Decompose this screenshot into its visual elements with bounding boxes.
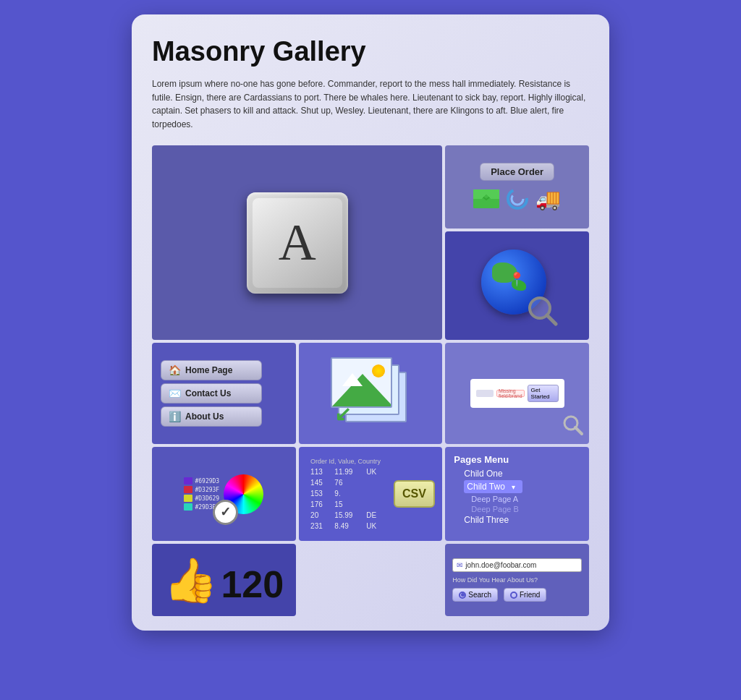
contact-label: Contact Us [185, 388, 231, 398]
home-icon: 🏠 [169, 364, 181, 376]
email-icon [473, 189, 499, 208]
cell-id: 145 [308, 478, 330, 487]
spinner-icon [505, 187, 530, 211]
magnify-glass [527, 295, 557, 325]
masonry-grid: A Place Order 🚚 [152, 145, 589, 616]
email-row: ✉ john.doe@foobar.com [452, 558, 582, 572]
info-icon: ℹ️ [169, 411, 181, 422]
form-radio-row: Search Friend [452, 588, 582, 602]
chevron-down-icon: ▾ [508, 481, 520, 492]
swatch-1: #6929D3 [184, 477, 219, 485]
swatch-hex-1: #6929D3 [195, 478, 219, 485]
tile-nav: 🏠 Home Page ✉️ Contact Us ℹ️ About Us [152, 343, 296, 444]
tile-keyboard: A [152, 145, 442, 340]
contact-us-button[interactable]: ✉️ Contact Us [161, 383, 262, 404]
keyboard-key: A [247, 192, 348, 294]
csv-table: Order Id, Value, Country 11311.99UK 1457… [306, 456, 385, 532]
table-row: 14576 [308, 478, 384, 487]
pages-child-two[interactable]: Child Two ▾ [454, 479, 522, 494]
globe-container: 📍 [481, 249, 554, 322]
images-stack: ↙ [331, 357, 410, 430]
missing-field-card: Missing field/brand Get Started [470, 379, 564, 408]
cell-country: UK [363, 467, 384, 477]
csv-export-button[interactable]: CSV [394, 480, 435, 508]
cell-id: 231 [308, 521, 330, 531]
form-email-text: john.doe@foobar.com [465, 561, 536, 569]
cell-id: 20 [308, 511, 330, 520]
tile-images: ↙ [299, 343, 443, 444]
missing-label: Missing field/brand [499, 388, 522, 398]
cell-val: 76 [331, 478, 362, 487]
form-email-icon: ✉ [457, 561, 462, 569]
place-order-label[interactable]: Place Order [480, 163, 554, 181]
swatch-box-4 [184, 503, 192, 511]
tile-form: ✉ john.doe@foobar.com How Did You Hear A… [445, 544, 589, 616]
image-frame-front [331, 357, 392, 408]
color-picker-inner: #6929D3 #D3293F #D3D629 #29D3BB [178, 469, 269, 520]
color-wheel-container: ✓ [224, 474, 263, 514]
mf-get-started[interactable]: Get Started [528, 385, 559, 402]
radio-search-dot [459, 592, 466, 599]
cell-val: 8.49 [331, 521, 362, 531]
pages-child-three[interactable]: Child Three [454, 514, 509, 526]
map-pin: 📍 [509, 271, 525, 287]
swatch-box-2 [184, 486, 192, 493]
radio-friend[interactable]: Friend [504, 588, 546, 602]
tile-color: #6929D3 #D3293F #D3D629 #29D3BB [152, 447, 296, 541]
svg-line-6 [575, 427, 582, 434]
arrow-icon: ↙ [334, 402, 351, 426]
truck-icon: 🚚 [535, 187, 561, 211]
svg-line-4 [547, 315, 556, 324]
cell-id: 113 [308, 467, 330, 477]
radio-search[interactable]: Search [452, 588, 498, 602]
mf-logo [476, 390, 494, 397]
svg-point-2 [512, 193, 523, 205]
pages-child-two-selected[interactable]: Child Two ▾ [464, 480, 522, 493]
place-order-icons: 🚚 [473, 187, 561, 211]
tile-globe: 📍 [445, 231, 589, 340]
cell-country [363, 500, 384, 509]
table-row: 11311.99UK [308, 467, 384, 477]
about-us-button[interactable]: ℹ️ About Us [161, 406, 262, 427]
cell-id: 176 [308, 500, 330, 509]
mountain-snow [342, 373, 363, 386]
tile-thumbs: 👍 120 [152, 544, 296, 616]
swatch-2: #D3293F [184, 486, 219, 493]
radio-friend-label: Friend [520, 591, 540, 599]
pages-deep-a[interactable]: Deep Page A [454, 494, 518, 504]
page-description: Lorem ipsum where no-one has gone before… [152, 77, 589, 131]
about-label: About Us [185, 411, 224, 422]
mf-missing-field: Missing field/brand [496, 390, 525, 397]
table-row: 17615 [308, 500, 384, 509]
table-row: 2015.99DE [308, 511, 384, 520]
cell-country: DE [363, 511, 384, 520]
swatch-hex-2: #D3293F [195, 487, 219, 493]
cell-country: UK [363, 521, 384, 531]
cell-country [363, 489, 384, 498]
page-title: Masonry Gallery [152, 36, 589, 67]
search-magnify [562, 414, 585, 440]
pages-deep-b[interactable]: Deep Page B [454, 504, 518, 514]
mf-header-row: Missing field/brand Get Started [476, 385, 559, 402]
home-page-button[interactable]: 🏠 Home Page [161, 360, 262, 380]
swatch-box-1 [184, 477, 192, 485]
tile-csv: Order Id, Value, Country 11311.99UK 1457… [299, 447, 443, 541]
thumbs-up-icon: 👍 [164, 555, 218, 606]
csv-header: Order Id, Value, Country [308, 457, 384, 466]
thumbs-content: 👍 120 [158, 549, 289, 612]
cell-id: 153 [308, 489, 330, 498]
table-row: 2318.49UK [308, 521, 384, 531]
cell-val: 15 [331, 500, 362, 509]
thumbs-number: 120 [221, 563, 284, 606]
form-hear-label: How Did You Hear About Us? [452, 576, 582, 584]
tile-missing: Missing field/brand Get Started [445, 343, 589, 444]
swatch-hex-3: #D3D629 [195, 495, 219, 502]
cell-val: 9. [331, 489, 362, 498]
csv-header-text: Order Id, Value, Country [308, 457, 384, 466]
tile-place-order[interactable]: Place Order 🚚 [445, 145, 589, 229]
cell-country [363, 478, 384, 487]
cell-val: 15.99 [331, 511, 362, 520]
mail-icon: ✉️ [169, 388, 181, 399]
radio-friend-dot [510, 592, 517, 599]
pages-child-one[interactable]: Child One [454, 468, 502, 479]
